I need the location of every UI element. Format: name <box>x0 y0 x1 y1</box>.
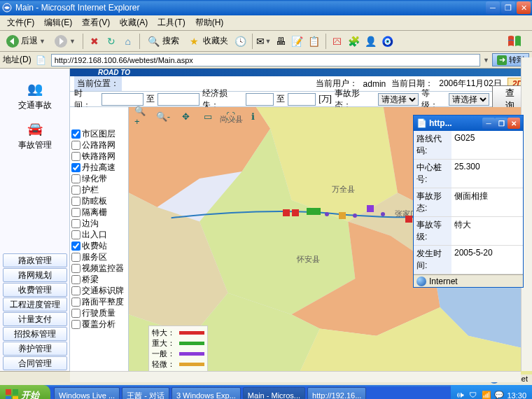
address-label: 地址(D) <box>3 54 31 66</box>
layer-checkbox-14[interactable]: 交通标识牌 <box>71 285 127 296</box>
taskbar-task-3[interactable]: Main - Micros... <box>243 387 305 399</box>
close-button[interactable]: ✕ <box>517 1 531 14</box>
back-icon <box>6 34 20 48</box>
menu-view[interactable]: 查看(V) <box>78 15 114 30</box>
time-from-input[interactable] <box>102 93 144 106</box>
layer-checkbox-9[interactable]: 出入口 <box>71 229 127 240</box>
history-icon[interactable]: 🕓 <box>234 34 248 48</box>
layer-checkbox-4[interactable]: 绿化带 <box>71 173 127 184</box>
menu-favorites[interactable]: 收藏(A) <box>115 15 152 30</box>
address-input[interactable] <box>51 54 480 66</box>
search-button[interactable]: 🔍搜索 <box>144 33 182 50</box>
print-icon[interactable]: 🖶 <box>274 34 288 48</box>
address-dropdown[interactable]: ▼ <box>483 57 489 64</box>
info-icon[interactable]: ℹ <box>246 110 259 122</box>
minimize-button[interactable]: ─ <box>486 1 500 14</box>
sidebar-btn-4[interactable]: 计量支付 <box>3 312 67 326</box>
taskbar-task-1[interactable]: 王茜 - 对话 <box>122 387 169 399</box>
form-select[interactable]: 请选择 <box>378 93 419 106</box>
menu-file[interactable]: 文件(F) <box>3 15 38 30</box>
zoom-out-icon[interactable]: 🔍- <box>157 110 169 122</box>
level-select[interactable]: 请选择 <box>449 93 489 106</box>
menu-help[interactable]: 帮助(H) <box>191 15 228 30</box>
layer-checkbox-17[interactable]: 覆盖分析 <box>71 318 127 330</box>
loss-from-input[interactable] <box>246 93 274 106</box>
rocket-icon[interactable]: ⮹ <box>330 34 344 48</box>
menu-tools[interactable]: 工具(T) <box>153 15 189 30</box>
taskbar-task-0[interactable]: Windows Live ... <box>54 387 120 399</box>
menu-edit[interactable]: 编辑(E) <box>40 15 76 30</box>
layer-checkbox-1[interactable]: 公路路网 <box>71 139 127 150</box>
layer-checkbox-2[interactable]: 铁路路网 <box>71 150 127 162</box>
select-icon[interactable]: ▭ <box>202 110 214 122</box>
tray-icon[interactable]: 🕪 <box>456 391 466 399</box>
zoom-in-icon[interactable]: 🔍+ <box>134 110 147 122</box>
extent-icon[interactable]: ⛶ <box>224 110 237 122</box>
pan-icon[interactable]: ✥ <box>179 110 192 122</box>
ext2-icon[interactable]: 👤 <box>364 34 378 48</box>
home-icon[interactable]: ⌂ <box>121 34 135 48</box>
popup-minimize-button[interactable]: ─ <box>482 118 495 129</box>
car-icon: 🚘 <box>26 120 44 138</box>
layer-checkbox-12[interactable]: 视频监控器 <box>71 262 127 274</box>
back-button[interactable]: 后退▼ <box>3 33 48 50</box>
forward-button[interactable]: ▼ <box>51 33 78 50</box>
layer-checkbox-6[interactable]: 防眩板 <box>71 195 127 206</box>
start-button[interactable]: 开始 <box>0 385 50 399</box>
layer-checkbox-0[interactable]: 市区图层 <box>71 128 127 139</box>
taskbar-task-4[interactable]: http://192.16... <box>307 387 366 399</box>
svg-rect-6 <box>13 396 18 399</box>
sidebar-item-accident-mgmt[interactable]: 🚘 事故管理 <box>0 115 69 155</box>
layer-checkbox-15[interactable]: 路面平整度 <box>71 296 127 307</box>
accident-marker[interactable] <box>405 216 412 223</box>
tray-icon[interactable]: 🛡 <box>469 391 479 399</box>
layer-checkbox-3[interactable]: 丹拉高速 <box>71 162 127 173</box>
sidebar-btn-7[interactable]: 合同管理 <box>3 356 67 370</box>
layer-checkbox-16[interactable]: 行驶质量 <box>71 307 127 318</box>
edit-icon[interactable]: 📝 <box>290 34 304 48</box>
refresh-icon[interactable]: ↻ <box>104 34 118 48</box>
legend-row: 轻微： <box>152 359 204 370</box>
toll-dot[interactable] <box>353 214 357 218</box>
popup-maximize-button[interactable]: ❐ <box>495 118 507 129</box>
accident-marker[interactable] <box>367 205 374 212</box>
legend-row: 重大： <box>152 338 204 349</box>
sidebar-btn-5[interactable]: 招投标管理 <box>3 327 67 341</box>
system-tray[interactable]: 🕪 🛡 📶 💬 13:30 <box>451 385 532 399</box>
sidebar-btn-2[interactable]: 收费管理 <box>3 283 67 297</box>
time-to-input[interactable] <box>158 93 200 106</box>
toll-dot[interactable] <box>381 212 385 216</box>
clipboard-icon[interactable]: 📋 <box>307 34 321 48</box>
sidebar-btn-1[interactable]: 路网规划 <box>3 268 67 282</box>
mail-icon[interactable]: ✉▼ <box>257 34 271 48</box>
accident-marker[interactable] <box>307 208 314 215</box>
taskbar-task-2[interactable]: 3 Windows Exp... <box>172 387 241 399</box>
tray-icon[interactable]: 💬 <box>494 391 504 399</box>
horizontal-scrollbar[interactable] <box>70 371 521 382</box>
sidebar-item-traffic-accident[interactable]: 👥 交通事故 <box>0 76 69 115</box>
layer-checkbox-10[interactable]: 收费站 <box>71 240 127 251</box>
layer-checkbox-11[interactable]: 服务区 <box>71 251 127 262</box>
ext1-icon[interactable]: 🧩 <box>347 34 361 48</box>
layer-checkbox-8[interactable]: 边沟 <box>71 218 127 229</box>
accident-marker[interactable] <box>292 209 299 216</box>
svg-rect-3 <box>6 389 11 395</box>
forward-icon <box>54 34 68 48</box>
maximize-button[interactable]: ❐ <box>501 1 515 14</box>
favorites-button[interactable]: ★收藏夹 <box>185 33 231 50</box>
tray-icon[interactable]: 📶 <box>482 391 491 399</box>
accident-marker[interactable] <box>339 212 346 219</box>
popup-close-button[interactable]: ✕ <box>507 118 520 129</box>
layer-checkbox-5[interactable]: 护栏 <box>71 184 127 195</box>
stop-icon[interactable]: ✖ <box>88 34 102 48</box>
sidebar-btn-6[interactable]: 养护管理 <box>3 342 67 356</box>
sidebar-btn-3[interactable]: 工程进度管理 <box>3 298 67 312</box>
accident-marker[interactable] <box>283 209 290 216</box>
accident-marker[interactable] <box>314 208 321 215</box>
sidebar-btn-0[interactable]: 路政管理 <box>3 253 67 267</box>
ext3-icon[interactable]: 🧿 <box>381 34 395 48</box>
layer-checkbox-7[interactable]: 隔离栅 <box>71 206 127 218</box>
layer-checkbox-13[interactable]: 桥梁 <box>71 274 127 285</box>
loss-to-input[interactable] <box>288 93 316 106</box>
toll-dot[interactable] <box>325 212 329 216</box>
